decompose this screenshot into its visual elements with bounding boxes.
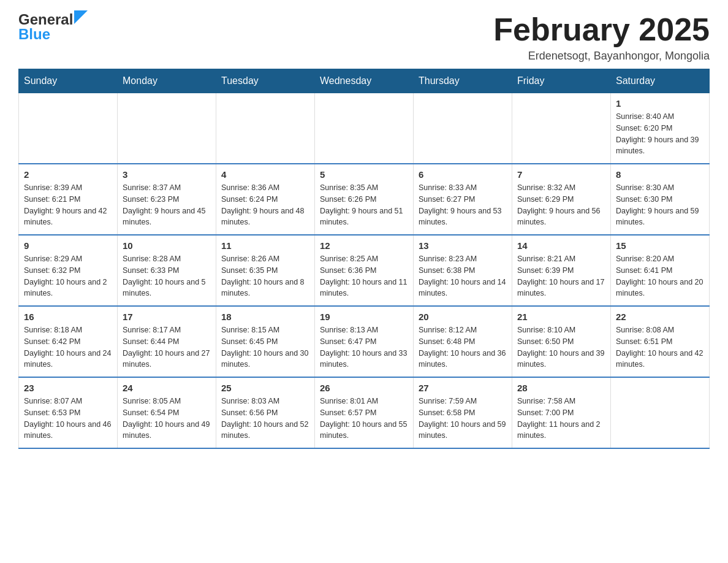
day-info: Sunrise: 7:59 AM Sunset: 6:58 PM Dayligh…	[419, 396, 507, 442]
day-number: 3	[123, 169, 211, 180]
day-number: 15	[616, 240, 704, 251]
calendar-cell: 8Sunrise: 8:30 AM Sunset: 6:30 PM Daylig…	[611, 164, 710, 235]
day-info: Sunrise: 8:13 AM Sunset: 6:47 PM Dayligh…	[320, 324, 408, 370]
day-info: Sunrise: 8:10 AM Sunset: 6:50 PM Dayligh…	[517, 324, 605, 370]
day-number: 8	[616, 169, 704, 180]
calendar-cell	[216, 93, 315, 164]
day-number: 4	[221, 169, 309, 180]
calendar-cell	[315, 93, 414, 164]
day-number: 25	[221, 383, 309, 393]
day-number: 12	[320, 240, 408, 251]
calendar-cell: 16Sunrise: 8:18 AM Sunset: 6:42 PM Dayli…	[19, 306, 118, 377]
weekday-header-tuesday: Tuesday	[216, 69, 315, 93]
logo-text: General Blue	[18, 12, 88, 42]
logo-general-text: General	[18, 12, 73, 27]
day-info: Sunrise: 8:01 AM Sunset: 6:57 PM Dayligh…	[320, 396, 408, 442]
day-info: Sunrise: 8:40 AM Sunset: 6:20 PM Dayligh…	[616, 111, 704, 157]
calendar-cell: 13Sunrise: 8:23 AM Sunset: 6:38 PM Dayli…	[414, 235, 512, 306]
day-number: 9	[24, 240, 112, 251]
calendar-cell: 21Sunrise: 8:10 AM Sunset: 6:50 PM Dayli…	[512, 306, 611, 377]
calendar-cell: 15Sunrise: 8:20 AM Sunset: 6:41 PM Dayli…	[611, 235, 710, 306]
day-info: Sunrise: 8:26 AM Sunset: 6:35 PM Dayligh…	[221, 253, 309, 299]
calendar-cell: 1Sunrise: 8:40 AM Sunset: 6:20 PM Daylig…	[611, 93, 710, 164]
calendar-week-row: 9Sunrise: 8:29 AM Sunset: 6:32 PM Daylig…	[19, 235, 710, 306]
day-number: 5	[320, 169, 408, 180]
calendar-header: SundayMondayTuesdayWednesdayThursdayFrid…	[19, 69, 710, 93]
calendar-cell	[414, 93, 512, 164]
day-number: 27	[419, 383, 507, 393]
calendar-cell	[611, 377, 710, 448]
calendar-table: SundayMondayTuesdayWednesdayThursdayFrid…	[18, 69, 710, 449]
day-info: Sunrise: 8:39 AM Sunset: 6:21 PM Dayligh…	[24, 182, 112, 228]
calendar-cell: 14Sunrise: 8:21 AM Sunset: 6:39 PM Dayli…	[512, 235, 611, 306]
calendar-cell: 3Sunrise: 8:37 AM Sunset: 6:23 PM Daylig…	[118, 164, 216, 235]
calendar-cell: 7Sunrise: 8:32 AM Sunset: 6:29 PM Daylig…	[512, 164, 611, 235]
day-info: Sunrise: 8:36 AM Sunset: 6:24 PM Dayligh…	[221, 182, 309, 228]
calendar-cell: 19Sunrise: 8:13 AM Sunset: 6:47 PM Dayli…	[315, 306, 414, 377]
calendar-cell: 23Sunrise: 8:07 AM Sunset: 6:53 PM Dayli…	[19, 377, 118, 448]
page-header: General Blue February 2025 Erdenetsogt, …	[18, 12, 710, 63]
day-info: Sunrise: 7:58 AM Sunset: 7:00 PM Dayligh…	[517, 396, 605, 442]
calendar-week-row: 16Sunrise: 8:18 AM Sunset: 6:42 PM Dayli…	[19, 306, 710, 377]
calendar-cell: 22Sunrise: 8:08 AM Sunset: 6:51 PM Dayli…	[611, 306, 710, 377]
calendar-week-row: 23Sunrise: 8:07 AM Sunset: 6:53 PM Dayli…	[19, 377, 710, 448]
calendar-cell: 4Sunrise: 8:36 AM Sunset: 6:24 PM Daylig…	[216, 164, 315, 235]
calendar-cell: 26Sunrise: 8:01 AM Sunset: 6:57 PM Dayli…	[315, 377, 414, 448]
day-number: 26	[320, 383, 408, 393]
day-info: Sunrise: 8:29 AM Sunset: 6:32 PM Dayligh…	[24, 253, 112, 299]
calendar-week-row: 1Sunrise: 8:40 AM Sunset: 6:20 PM Daylig…	[19, 93, 710, 164]
title-area: February 2025 Erdenetsogt, Bayanhongor, …	[493, 12, 710, 63]
calendar-cell: 9Sunrise: 8:29 AM Sunset: 6:32 PM Daylig…	[19, 235, 118, 306]
calendar-cell: 25Sunrise: 8:03 AM Sunset: 6:56 PM Dayli…	[216, 377, 315, 448]
weekday-header-row: SundayMondayTuesdayWednesdayThursdayFrid…	[19, 69, 710, 93]
day-info: Sunrise: 8:37 AM Sunset: 6:23 PM Dayligh…	[123, 182, 211, 228]
calendar-cell: 2Sunrise: 8:39 AM Sunset: 6:21 PM Daylig…	[19, 164, 118, 235]
day-info: Sunrise: 8:08 AM Sunset: 6:51 PM Dayligh…	[616, 324, 704, 370]
logo-blue-text: Blue	[18, 27, 88, 42]
calendar-cell: 24Sunrise: 8:05 AM Sunset: 6:54 PM Dayli…	[118, 377, 216, 448]
day-number: 13	[419, 240, 507, 251]
logo: General Blue	[18, 12, 88, 42]
day-info: Sunrise: 8:28 AM Sunset: 6:33 PM Dayligh…	[123, 253, 211, 299]
svg-marker-0	[74, 10, 88, 24]
day-number: 16	[24, 312, 112, 322]
day-info: Sunrise: 8:33 AM Sunset: 6:27 PM Dayligh…	[419, 182, 507, 228]
day-number: 2	[24, 169, 112, 180]
day-info: Sunrise: 8:18 AM Sunset: 6:42 PM Dayligh…	[24, 324, 112, 370]
day-number: 21	[517, 312, 605, 322]
calendar-cell: 27Sunrise: 7:59 AM Sunset: 6:58 PM Dayli…	[414, 377, 512, 448]
calendar-cell: 12Sunrise: 8:25 AM Sunset: 6:36 PM Dayli…	[315, 235, 414, 306]
logo-triangle-icon	[74, 10, 88, 24]
day-number: 6	[419, 169, 507, 180]
day-number: 22	[616, 312, 704, 322]
day-info: Sunrise: 8:21 AM Sunset: 6:39 PM Dayligh…	[517, 253, 605, 299]
calendar-cell	[118, 93, 216, 164]
day-info: Sunrise: 8:05 AM Sunset: 6:54 PM Dayligh…	[123, 396, 211, 442]
calendar-cell: 18Sunrise: 8:15 AM Sunset: 6:45 PM Dayli…	[216, 306, 315, 377]
calendar-cell: 10Sunrise: 8:28 AM Sunset: 6:33 PM Dayli…	[118, 235, 216, 306]
day-number: 19	[320, 312, 408, 322]
day-info: Sunrise: 8:32 AM Sunset: 6:29 PM Dayligh…	[517, 182, 605, 228]
day-number: 11	[221, 240, 309, 251]
day-info: Sunrise: 8:25 AM Sunset: 6:36 PM Dayligh…	[320, 253, 408, 299]
calendar-cell: 17Sunrise: 8:17 AM Sunset: 6:44 PM Dayli…	[118, 306, 216, 377]
weekday-header-saturday: Saturday	[611, 69, 710, 93]
day-number: 10	[123, 240, 211, 251]
day-info: Sunrise: 8:07 AM Sunset: 6:53 PM Dayligh…	[24, 396, 112, 442]
day-number: 24	[123, 383, 211, 393]
weekday-header-sunday: Sunday	[19, 69, 118, 93]
day-number: 17	[123, 312, 211, 322]
calendar-cell: 20Sunrise: 8:12 AM Sunset: 6:48 PM Dayli…	[414, 306, 512, 377]
day-info: Sunrise: 8:35 AM Sunset: 6:26 PM Dayligh…	[320, 182, 408, 228]
day-number: 14	[517, 240, 605, 251]
day-info: Sunrise: 8:30 AM Sunset: 6:30 PM Dayligh…	[616, 182, 704, 228]
calendar-cell: 5Sunrise: 8:35 AM Sunset: 6:26 PM Daylig…	[315, 164, 414, 235]
calendar-week-row: 2Sunrise: 8:39 AM Sunset: 6:21 PM Daylig…	[19, 164, 710, 235]
day-info: Sunrise: 8:15 AM Sunset: 6:45 PM Dayligh…	[221, 324, 309, 370]
day-number: 7	[517, 169, 605, 180]
calendar-cell: 11Sunrise: 8:26 AM Sunset: 6:35 PM Dayli…	[216, 235, 315, 306]
day-number: 1	[616, 98, 704, 109]
weekday-header-friday: Friday	[512, 69, 611, 93]
calendar-cell	[512, 93, 611, 164]
weekday-header-monday: Monday	[118, 69, 216, 93]
